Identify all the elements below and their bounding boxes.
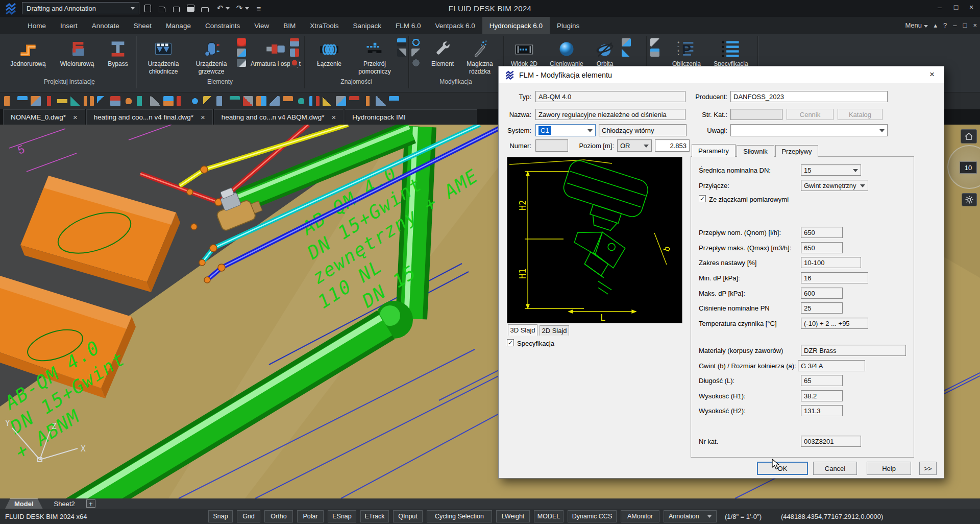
grid-toggle[interactable]: Grid <box>237 510 260 522</box>
doc-close-icon[interactable]: × <box>973 21 977 29</box>
close-icon[interactable]: × <box>201 113 205 122</box>
toolbar-icon[interactable] <box>57 96 67 106</box>
snap-toggle[interactable]: Snap <box>208 510 233 522</box>
viewport-settings-button[interactable] <box>962 193 977 206</box>
system-combobox[interactable]: C1 <box>535 124 596 136</box>
qmax-field[interactable]: 650 <box>801 242 843 253</box>
toolbar-icon[interactable] <box>177 96 187 106</box>
window-maximize-button[interactable]: □ <box>948 0 964 14</box>
toolbar-icon[interactable] <box>4 96 14 106</box>
dialog-close-button[interactable]: × <box>924 68 940 81</box>
temperatura-field[interactable]: (-10) + 2 ... +95 <box>801 318 868 329</box>
zlaczki-checkbox[interactable]: ✓ <box>699 195 706 202</box>
help-button[interactable]: Help <box>867 462 911 475</box>
przekroj-button[interactable]: Przekrój pomocniczy <box>352 36 397 76</box>
jednorurowa-button[interactable]: Jednorurową <box>5 36 51 68</box>
doc-minimize-icon[interactable]: – <box>953 21 957 29</box>
chevron-down-icon[interactable] <box>879 129 885 132</box>
tab-flm[interactable]: FLM 6.0 <box>388 17 428 34</box>
valve-small-icon[interactable] <box>290 38 299 46</box>
tab-constraints[interactable]: Constraints <box>198 17 247 34</box>
box-isometric-icon[interactable] <box>622 49 631 57</box>
tab-view[interactable]: View <box>247 17 276 34</box>
chevron-down-icon[interactable] <box>853 169 858 172</box>
numer-field[interactable] <box>535 139 568 152</box>
toolbar-icon[interactable] <box>256 96 266 106</box>
tab-parametry[interactable]: Parametry <box>692 144 736 157</box>
toolbar-icon[interactable] <box>31 96 41 106</box>
elbow-icon[interactable] <box>411 49 421 57</box>
wysokosc-h1-field[interactable]: 38.2 <box>801 390 843 401</box>
amonitor-toggle[interactable]: AMonitor <box>621 510 659 522</box>
esnap-toggle[interactable]: ESnap <box>328 510 356 522</box>
annotation-scale[interactable]: (1/8" = 1'-0") <box>725 509 762 524</box>
producent-field[interactable]: DANFOSS_2023 <box>730 91 888 102</box>
tab-manage[interactable]: Manage <box>159 17 198 34</box>
visual-style-icon[interactable] <box>622 38 631 46</box>
ribbon-collapse-icon[interactable]: ▴ <box>934 21 938 29</box>
cancel-button[interactable]: Cancel <box>813 462 857 475</box>
toolbar-icon[interactable] <box>163 96 174 106</box>
window-close-button[interactable]: × <box>964 0 979 14</box>
toolbar-icon[interactable] <box>124 96 134 106</box>
toolbar-icon[interactable] <box>389 96 399 106</box>
gwint-field[interactable]: G 3/4 A <box>798 360 865 371</box>
pn-field[interactable]: 25 <box>801 302 843 314</box>
section-small-icon[interactable] <box>397 38 406 46</box>
workspace-dropdown[interactable]: Drafting and Annotation <box>22 2 139 14</box>
dynamic-ccs-toggle[interactable]: Dynamic CCS <box>568 510 617 522</box>
qinput-toggle[interactable]: QInput <box>393 510 423 522</box>
poziom-ref-dropdown[interactable]: OR <box>617 139 652 152</box>
copy-device-icon[interactable] <box>237 49 246 57</box>
open-file-icon[interactable] <box>156 3 167 14</box>
urzadzenia-grzewcze-button[interactable]: Urządzenia grzewcze <box>188 36 235 76</box>
lweight-toggle[interactable]: LWeight <box>496 510 530 522</box>
specyfikacja-button[interactable]: Specyfikacja <box>707 36 754 68</box>
wysokosc-h2-field[interactable]: 131.3 <box>801 405 843 416</box>
doc-tab[interactable]: heating and coo...n v4 final.dwg*× <box>86 109 213 125</box>
toolbar-icon[interactable] <box>97 96 107 106</box>
toolbar-icon[interactable] <box>336 96 346 106</box>
toolbar-icon[interactable] <box>323 96 333 106</box>
tab-bim[interactable]: BIM <box>276 17 303 34</box>
ok-button[interactable]: OK <box>757 462 808 475</box>
toolbar-icon[interactable] <box>190 96 200 106</box>
settings-wrench-icon[interactable] <box>650 38 659 46</box>
laczenie-button[interactable]: Łączenie <box>307 36 351 68</box>
model-toggle[interactable]: MODEL <box>534 510 564 522</box>
cennik-button[interactable]: Cennik <box>787 109 834 120</box>
tab-przeplywy[interactable]: Przepływy <box>775 145 818 157</box>
nazwa-field[interactable]: Zawory regulacyjne niezależne od ciśnien… <box>535 109 685 120</box>
toolbar-icon[interactable] <box>70 96 81 106</box>
poziom-value-field[interactable]: 2.853 <box>655 139 690 152</box>
doc-tab[interactable]: NONAME_0.dwg*× <box>3 109 85 125</box>
save-icon[interactable] <box>185 3 196 14</box>
dn-combobox[interactable]: 15 <box>801 164 861 176</box>
ortho-toggle[interactable]: Ortho <box>264 510 293 522</box>
toolbar-overflow-icon[interactable]: ≡ <box>253 3 264 14</box>
valve-small-icon[interactable] <box>290 49 299 57</box>
expand-button[interactable]: >> <box>919 462 937 475</box>
angle-icon[interactable] <box>411 59 421 67</box>
undo-icon[interactable]: ↶ <box>214 3 226 14</box>
device-info-icon[interactable] <box>237 59 246 67</box>
window-minimize-button[interactable]: – <box>932 0 947 14</box>
katalog-button[interactable]: Katalog <box>838 109 883 120</box>
cycling-selection-toggle[interactable]: Cycling Selection <box>427 510 492 522</box>
qnom-field[interactable]: 650 <box>801 227 843 238</box>
toolbar-icon[interactable] <box>17 96 28 106</box>
new-file-icon[interactable] <box>142 3 153 14</box>
typ-field[interactable]: AB-QM 4.0 <box>535 91 685 102</box>
tab-home[interactable]: Home <box>20 17 53 34</box>
tab-sanipack[interactable]: Sanipack <box>346 17 389 34</box>
toolbar-icon[interactable] <box>243 96 253 106</box>
polar-toggle[interactable]: Polar <box>297 510 324 522</box>
sheet-tab-sheet2[interactable]: Sheet2 <box>45 498 84 509</box>
orbita-button[interactable]: Orbita <box>591 36 619 68</box>
chevron-down-icon[interactable] <box>860 184 865 187</box>
redo-icon[interactable]: ↷ <box>234 3 245 14</box>
annotation-dropdown[interactable]: Annotation <box>664 510 717 522</box>
toolbar-icon[interactable] <box>84 96 94 106</box>
obliczenia-button[interactable]: +−±×P Obliczenia <box>667 36 706 68</box>
toolbar-icon[interactable] <box>203 96 213 106</box>
